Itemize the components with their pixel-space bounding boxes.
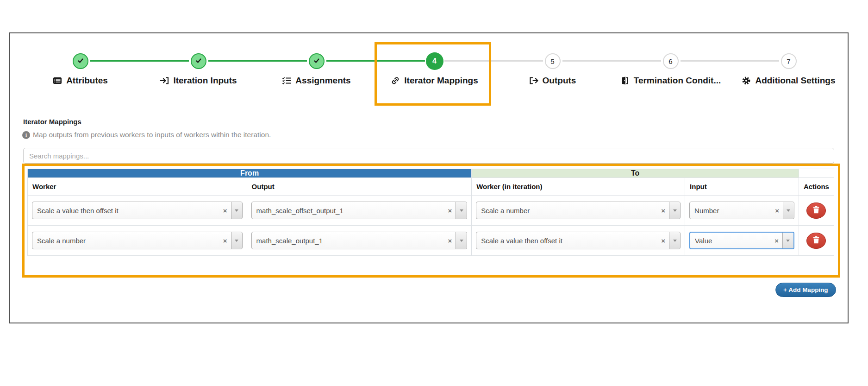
row-1-worker-in-iteration-select[interactable]: Scale a number ×	[476, 202, 681, 219]
step-outputs[interactable]: 5 Outputs	[493, 53, 612, 86]
step-additional-settings[interactable]: 7 Additional Settings	[730, 53, 848, 86]
step-2-circle	[191, 53, 206, 69]
selected-value: math_scale_output_1	[252, 237, 444, 245]
add-mapping-button[interactable]: + Add Mapping	[775, 283, 836, 297]
step-iteration-inputs[interactable]: Iteration Inputs	[139, 53, 257, 86]
clear-icon[interactable]: ×	[657, 207, 669, 215]
arrow-into-bracket-icon	[160, 76, 169, 85]
clear-icon[interactable]: ×	[444, 207, 456, 215]
step-3-circle	[309, 53, 325, 69]
door-exit-icon	[620, 76, 630, 85]
clear-icon[interactable]: ×	[444, 237, 456, 245]
step-label: Iteration Inputs	[173, 76, 237, 86]
step-7-circle: 7	[781, 53, 797, 69]
dropdown-arrow-icon[interactable]	[231, 202, 242, 219]
step-attributes[interactable]: Attributes	[21, 53, 139, 86]
col-worker-in-iteration: Worker (in iteration)	[472, 178, 685, 196]
row-1-input-select[interactable]: Number ×	[689, 202, 794, 219]
step-label: Additional Settings	[755, 76, 835, 86]
step-iterator-mappings[interactable]: 4 Iterator Mappings	[375, 53, 493, 86]
wizard-stepper: Attributes Iteration Inputs	[21, 53, 848, 86]
step-termination-condition[interactable]: 6 Termination Condit...	[612, 53, 730, 86]
to-group-header: To	[472, 169, 799, 178]
step-number: 7	[787, 57, 790, 65]
step-number: 4	[432, 57, 437, 65]
row-1-worker-select[interactable]: Scale a value then offset it ×	[32, 202, 243, 219]
dropdown-arrow-icon[interactable]	[456, 202, 467, 219]
row-2-output-select[interactable]: math_scale_output_1 ×	[251, 232, 468, 249]
gear-icon	[742, 76, 751, 85]
dropdown-arrow-icon[interactable]	[783, 202, 794, 219]
dropdown-arrow-icon[interactable]	[456, 232, 467, 249]
clear-icon[interactable]: ×	[219, 207, 231, 215]
clear-icon[interactable]: ×	[771, 237, 782, 245]
step-1-circle	[73, 53, 88, 69]
step-5-circle: 5	[545, 53, 561, 69]
check-icon	[195, 57, 202, 66]
step-label: Outputs	[543, 76, 576, 86]
info-icon: i	[22, 131, 30, 139]
col-worker: Worker	[28, 178, 247, 196]
col-input: Input	[685, 178, 799, 196]
step-label: Attributes	[66, 76, 108, 86]
check-icon	[313, 57, 320, 66]
selected-value: math_scale_offset_output_1	[252, 207, 444, 215]
section-description: i Map outputs from previous workers to i…	[22, 131, 271, 139]
selected-value: Value	[690, 237, 771, 245]
list-check-icon	[282, 76, 291, 85]
selected-value: Number	[690, 207, 771, 215]
step-label: Assignments	[295, 76, 350, 86]
row-1-output-select[interactable]: math_scale_offset_output_1 ×	[251, 202, 468, 219]
trash-icon	[813, 206, 819, 215]
arrow-from-bracket-icon	[529, 76, 538, 85]
col-output: Output	[247, 178, 472, 196]
row-2-worker-select[interactable]: Scale a number ×	[32, 232, 243, 249]
from-group-header: From	[28, 169, 472, 178]
clear-icon[interactable]: ×	[219, 237, 231, 245]
mapping-row: Scale a number × math_scale_output_1 ×	[28, 226, 834, 256]
section-title: Iterator Mappings	[23, 118, 81, 126]
column-header-row: Worker Output Worker (in iteration) Inpu…	[28, 178, 834, 196]
selected-value: Scale a value then offset it	[476, 237, 657, 245]
row-2-input-select[interactable]: Value ×	[689, 232, 794, 249]
step-number: 5	[550, 57, 554, 65]
step-number: 6	[668, 57, 672, 65]
selected-value: Scale a number	[32, 237, 219, 245]
trash-icon	[813, 236, 819, 245]
selected-value: Scale a number	[476, 207, 657, 215]
step-label: Termination Condit...	[634, 76, 721, 86]
delete-mapping-button[interactable]	[806, 233, 826, 249]
table-list-icon	[53, 76, 62, 85]
actions-group-header	[799, 169, 834, 178]
mappings-table: From To Worker Output Worker (in iterati…	[27, 169, 834, 256]
step-6-circle: 6	[663, 53, 679, 69]
section-description-text: Map outputs from previous workers to inp…	[33, 131, 271, 139]
iterator-mappings-page: Attributes Iteration Inputs	[0, 0, 868, 386]
delete-mapping-button[interactable]	[806, 202, 826, 219]
row-2-worker-in-iteration-select[interactable]: Scale a value then offset it ×	[476, 232, 681, 249]
col-actions: Actions	[799, 178, 834, 196]
mapping-row: Scale a value then offset it × math_scal…	[28, 196, 834, 226]
selected-value: Scale a value then offset it	[32, 207, 219, 215]
dropdown-arrow-icon[interactable]	[669, 202, 680, 219]
clear-icon[interactable]: ×	[657, 237, 669, 245]
clear-icon[interactable]: ×	[771, 207, 783, 215]
step-label: Iterator Mappings	[404, 76, 478, 86]
search-mappings-input[interactable]	[23, 148, 834, 164]
dropdown-arrow-icon[interactable]	[669, 232, 680, 249]
dropdown-arrow-icon[interactable]	[782, 233, 793, 248]
step-4-circle: 4	[426, 52, 443, 70]
wizard-card: Attributes Iteration Inputs	[9, 32, 849, 323]
step-assignments[interactable]: Assignments	[257, 53, 375, 86]
dropdown-arrow-icon[interactable]	[231, 232, 242, 249]
link-icon	[391, 76, 400, 85]
group-header-row: From To	[28, 169, 834, 178]
check-icon	[77, 57, 84, 66]
